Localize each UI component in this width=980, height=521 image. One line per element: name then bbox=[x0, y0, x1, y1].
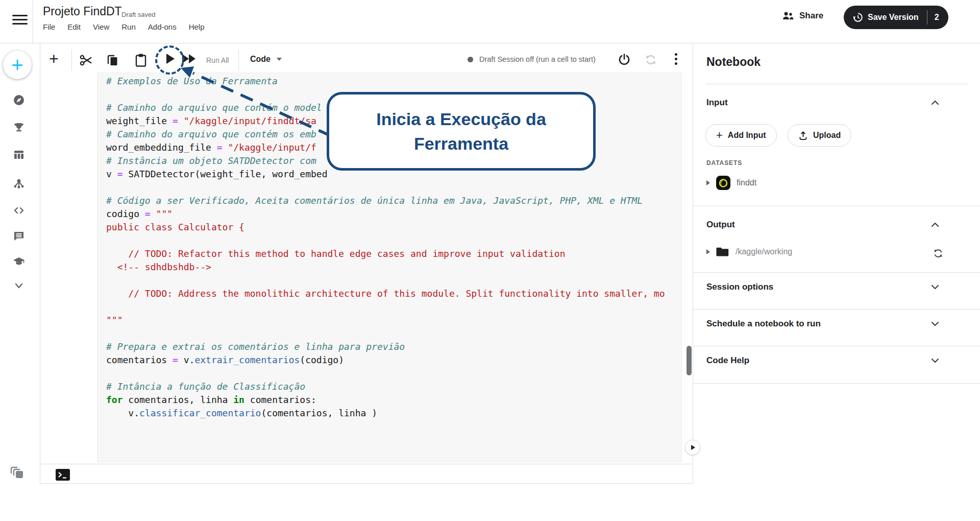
annotation-circle bbox=[155, 45, 184, 75]
code-line: public class Calculator { bbox=[106, 221, 681, 234]
code-line: for comentarios, linha in comentarios: bbox=[106, 393, 681, 407]
section-schedule[interactable]: Schedule a notebook to run bbox=[706, 319, 946, 329]
annotation-callout: Inicia a Execução da Ferramenta bbox=[327, 92, 596, 171]
add-input-label: Add Input bbox=[728, 131, 766, 140]
header-border bbox=[0, 43, 980, 43]
dataset-thumbnail-icon bbox=[716, 176, 730, 190]
upload-label: Upload bbox=[813, 131, 841, 140]
upload-button[interactable]: Upload bbox=[788, 124, 851, 147]
paste-clipboard-icon[interactable] bbox=[134, 53, 148, 67]
save-version-button[interactable]: Save Version 2 bbox=[844, 6, 948, 29]
code-line: // TODO: Address the monolithic architec… bbox=[106, 287, 681, 300]
models-network-icon[interactable] bbox=[13, 177, 25, 190]
home-compass-icon[interactable] bbox=[13, 94, 25, 106]
divider bbox=[693, 309, 980, 310]
expand-caret-icon[interactable] bbox=[706, 249, 710, 254]
power-icon[interactable] bbox=[618, 53, 631, 66]
code-line: v.classificar_comentario(comentarios, li… bbox=[106, 407, 681, 420]
sidebar-expand-chevron-icon[interactable] bbox=[13, 282, 25, 290]
share-button[interactable]: Share bbox=[782, 10, 823, 21]
section-output[interactable]: Output bbox=[706, 220, 946, 230]
scrollbar-thumb[interactable] bbox=[687, 346, 692, 375]
chevron-down-icon[interactable] bbox=[931, 285, 939, 290]
code-line: codigo = """ bbox=[106, 207, 681, 221]
code-line: # Código a ser Verificado, Aceita coment… bbox=[106, 194, 681, 207]
copy-icon[interactable] bbox=[106, 53, 120, 67]
learn-graduation-icon[interactable] bbox=[13, 255, 25, 268]
dataset-name: finddt bbox=[737, 178, 756, 187]
code-line: <!-- sdhdbshdb--> bbox=[106, 260, 681, 274]
menu-view[interactable]: View bbox=[93, 22, 109, 31]
chevron-up-icon[interactable] bbox=[931, 100, 939, 105]
section-code-help[interactable]: Code Help bbox=[706, 356, 946, 366]
menu-file[interactable]: File bbox=[43, 22, 55, 31]
hamburger-menu-icon[interactable] bbox=[12, 15, 28, 26]
datasets-grid-icon[interactable] bbox=[13, 149, 25, 161]
code-line: // TODO: Refactor this method to handle … bbox=[106, 247, 681, 260]
code-line bbox=[106, 234, 681, 247]
run-all-label[interactable]: Run All bbox=[206, 56, 229, 64]
more-options-kebab-icon[interactable] bbox=[672, 53, 679, 67]
divider bbox=[693, 383, 980, 384]
draft-saved-status: Draft saved bbox=[121, 11, 155, 18]
divider bbox=[706, 84, 968, 84]
chevron-down-icon[interactable] bbox=[931, 321, 939, 326]
cut-scissors-icon[interactable] bbox=[79, 53, 93, 67]
notebook-title[interactable]: Projeto FindDT bbox=[43, 5, 122, 18]
menubar: File Edit View Run Add-ons Help bbox=[43, 22, 205, 31]
console-terminal-icon[interactable] bbox=[55, 468, 70, 481]
code-brackets-icon[interactable] bbox=[13, 204, 25, 217]
code-line: # Prepara e extrai os comentários e linh… bbox=[106, 340, 681, 353]
upload-icon bbox=[798, 131, 808, 140]
cell-type-dropdown[interactable]: Code bbox=[250, 55, 282, 64]
code-line: comentarios = v.extrair_comentarios(codi… bbox=[106, 353, 681, 367]
menu-addons[interactable]: Add-ons bbox=[148, 22, 177, 31]
sidebar-divider bbox=[40, 43, 40, 484]
session-status-text: Draft Session off (run a cell to start) bbox=[479, 55, 596, 63]
cell-type-label: Code bbox=[250, 55, 271, 64]
session-status: Draft Session off (run a cell to start) bbox=[468, 55, 596, 63]
restart-refresh-icon[interactable] bbox=[644, 53, 657, 66]
refresh-output-icon[interactable] bbox=[933, 248, 943, 258]
menu-run[interactable]: Run bbox=[121, 22, 136, 31]
code-line: # Exemplos de Uso da Ferramenta bbox=[106, 75, 681, 88]
code-line bbox=[106, 367, 681, 380]
code-line bbox=[106, 181, 681, 194]
output-row-working[interactable]: /kaggle/working bbox=[706, 246, 792, 257]
history-clock-icon bbox=[853, 12, 863, 22]
menu-edit[interactable]: Edit bbox=[67, 22, 81, 31]
section-input[interactable]: Input bbox=[706, 98, 946, 108]
code-line: # Intância a função de Classificação bbox=[106, 380, 681, 393]
save-version-main[interactable]: Save Version bbox=[844, 12, 927, 22]
code-line bbox=[106, 274, 681, 287]
version-count-badge[interactable]: 2 bbox=[927, 10, 948, 25]
create-button[interactable]: + bbox=[3, 51, 32, 79]
datasets-section-label: DATASETS bbox=[706, 159, 742, 167]
divider bbox=[693, 272, 980, 273]
add-cell-icon[interactable]: + bbox=[49, 50, 59, 67]
toolbar-separator bbox=[71, 50, 72, 71]
triangle-right-icon bbox=[691, 445, 695, 450]
discussions-comment-icon[interactable] bbox=[13, 230, 25, 242]
chevron-up-icon[interactable] bbox=[931, 222, 939, 227]
expand-caret-icon[interactable] bbox=[706, 180, 710, 185]
bottom-bar bbox=[40, 464, 693, 484]
session-status-dot-icon bbox=[468, 57, 473, 62]
add-input-button[interactable]: + Add Input bbox=[705, 124, 777, 147]
toolbar-separator bbox=[238, 50, 239, 71]
divider bbox=[693, 346, 980, 346]
competitions-trophy-icon[interactable] bbox=[13, 122, 25, 134]
panel-title: Notebook bbox=[706, 55, 761, 69]
plus-icon: + bbox=[716, 129, 723, 142]
menu-help[interactable]: Help bbox=[189, 22, 205, 31]
chevron-down-icon[interactable] bbox=[931, 358, 939, 363]
copy-layers-icon[interactable] bbox=[9, 465, 26, 480]
code-line bbox=[106, 327, 681, 340]
code-line: """ bbox=[106, 314, 681, 327]
share-label: Share bbox=[799, 11, 823, 21]
section-session-options[interactable]: Session options bbox=[706, 282, 946, 292]
panel-collapse-button[interactable] bbox=[685, 440, 700, 455]
panel-divider bbox=[693, 43, 693, 484]
dataset-row-finddt[interactable]: finddt bbox=[706, 176, 756, 190]
header-divider bbox=[33, 0, 33, 43]
